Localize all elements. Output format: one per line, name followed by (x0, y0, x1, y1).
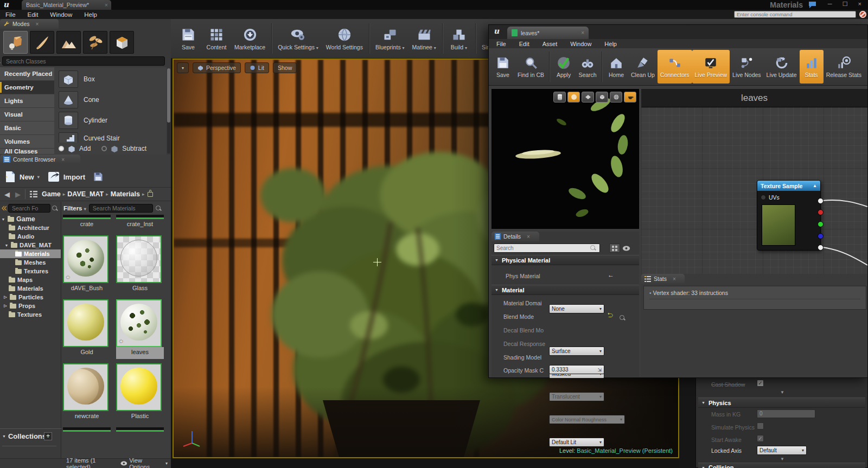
r-output-pin[interactable] (818, 209, 824, 215)
live-update-button[interactable]: Live Update (764, 50, 800, 84)
mode-geometry-button[interactable] (110, 31, 134, 54)
preview-cylinder-button[interactable] (553, 92, 566, 102)
mode-place-button[interactable] (3, 31, 28, 54)
material-preview-viewport[interactable] (492, 89, 639, 229)
import-button[interactable]: Import (47, 171, 85, 183)
tree-item-audio[interactable]: Audio (0, 232, 61, 241)
tree-item-dave-mat[interactable]: ▼DAVE_MAT (0, 241, 61, 249)
collision-section-header[interactable]: ▼Collision (698, 463, 865, 468)
breadcrumb-game[interactable]: Game (42, 190, 61, 198)
expander-icon[interactable]: ▼ (696, 390, 868, 395)
start-awake-checkbox[interactable]: ✓ (757, 435, 764, 442)
modes-scrollbar[interactable] (167, 68, 170, 153)
collapse-icon[interactable]: ▲ (813, 183, 817, 188)
close-icon[interactable]: × (673, 276, 676, 282)
modes-tab[interactable]: Modes × (0, 19, 59, 29)
world-settings-button[interactable]: World Settings (322, 21, 367, 56)
filters-button[interactable]: Filters ▾ (63, 205, 86, 211)
content-button[interactable]: Content (202, 21, 231, 56)
place-item-box[interactable]: Box (59, 69, 167, 89)
tree-item-maps[interactable]: Maps (0, 275, 61, 284)
material-tab[interactable]: leaves* × (507, 27, 589, 39)
viewport-options-button[interactable]: ▾ (177, 62, 189, 73)
sources-tree-icon[interactable] (30, 191, 37, 197)
home-button[interactable]: Home (604, 50, 628, 84)
view-options-button[interactable]: View Options ▾ (120, 457, 168, 468)
category-visual[interactable]: Visual (0, 108, 54, 121)
connectors-button[interactable]: Connectors (658, 50, 692, 84)
tab-close-icon[interactable]: × (581, 30, 584, 36)
content-browser-tab[interactable]: Content Browser × (0, 155, 80, 164)
asset-crate-inst[interactable]: crate_Inst (116, 215, 164, 231)
simulate-physics-checkbox[interactable] (757, 422, 764, 429)
mode-landscape-button[interactable] (56, 31, 81, 54)
breadcrumb-dave-mat[interactable]: DAVE_MAT (67, 190, 104, 198)
breadcrumb-materials[interactable]: Materials (111, 190, 140, 198)
shading-model-dropdown[interactable]: Default Lit▾ (549, 438, 604, 447)
b-output-pin[interactable] (818, 233, 824, 239)
blueprints-button[interactable]: Blueprints ▾ (372, 21, 409, 56)
search-button[interactable]: Search (576, 50, 599, 84)
g-output-pin[interactable] (818, 221, 824, 227)
menu-help[interactable]: Help (604, 41, 617, 47)
add-collection-button[interactable]: + (44, 432, 52, 440)
close-icon[interactable]: × (527, 234, 530, 240)
apply-button[interactable]: Apply (552, 50, 576, 84)
details-grid-button[interactable] (609, 243, 620, 253)
details-search-input[interactable] (494, 243, 600, 253)
collections-expander-icon[interactable]: ▼ (2, 434, 6, 438)
brush-subtract-radio[interactable] (101, 146, 107, 151)
texture-sample-node[interactable]: Texture Sample▲ UVs (757, 180, 821, 251)
category-geometry[interactable]: Geometry (0, 81, 54, 94)
opacity-mask-input[interactable]: 0.3333⇲ (549, 365, 604, 374)
category-recently-placed[interactable]: Recently Placed (0, 67, 54, 81)
tree-item-architecture[interactable]: Architectur (0, 223, 61, 232)
console-command-input[interactable] (734, 11, 856, 18)
expander-icon[interactable]: ▼ (696, 457, 868, 462)
tree-item-textures[interactable]: Textures (0, 267, 61, 275)
matinee-button[interactable]: Matinee ▾ (409, 21, 440, 56)
build-button[interactable]: Build ▾ (445, 21, 473, 56)
place-item-cone[interactable]: Cone (59, 90, 167, 110)
live-nodes-button[interactable]: Live Nodes (730, 50, 764, 84)
perspective-button[interactable]: Perspective (193, 62, 241, 73)
asset-gold[interactable]: Gold (63, 299, 111, 359)
collapse-sources-icon[interactable] (1, 206, 7, 211)
preview-plane-button[interactable] (582, 92, 594, 102)
eye-icon[interactable] (622, 246, 630, 251)
preview-cube-button[interactable] (596, 92, 608, 102)
material-domain-dropdown[interactable]: Surface▾ (549, 347, 604, 356)
tab-close-icon[interactable]: × (105, 0, 108, 10)
material-section-header[interactable]: ▼Material (492, 285, 639, 295)
asset-search-input[interactable] (89, 204, 153, 213)
tree-item-materials[interactable]: Materials (0, 249, 61, 258)
lit-button[interactable]: Lit (245, 62, 269, 73)
marketplace-button[interactable]: Marketplace (231, 21, 269, 56)
tree-item-particles[interactable]: ▷Particles (0, 293, 61, 302)
new-asset-button[interactable]: New ▾ (4, 170, 40, 183)
details-tab[interactable]: Details × (492, 232, 539, 241)
menu-edit[interactable]: Edit (28, 11, 39, 18)
stats-button[interactable]: Stats (800, 50, 824, 84)
asset-partial[interactable] (116, 427, 164, 432)
mat-save-button[interactable]: Save (491, 50, 515, 84)
locked-axis-dropdown[interactable]: Default▾ (757, 446, 807, 455)
cast-shadow-checkbox[interactable]: ✓ (757, 380, 764, 387)
back-arrow-icon[interactable]: ← (608, 271, 614, 279)
asset-leaves[interactable]: ✦ leaves (116, 299, 164, 359)
physics-section-header[interactable]: ▼Physics (698, 398, 865, 408)
forward-arrow-icon[interactable]: ▶ (15, 190, 21, 198)
rgb-output-pin[interactable] (818, 198, 824, 204)
lock-icon[interactable] (148, 192, 153, 197)
category-all-classes[interactable]: All Classes (0, 149, 54, 155)
clean-up-button[interactable]: Clean Up (628, 50, 658, 84)
asset-newcrate[interactable]: newcrate (63, 363, 111, 423)
asset-dave-bush[interactable]: ✦ dAVE_Bush (63, 235, 111, 295)
show-button[interactable]: Show (273, 62, 297, 73)
mass-input[interactable]: 0 (757, 409, 815, 418)
tree-item-meshes[interactable]: Meshes (0, 258, 61, 267)
category-volumes[interactable]: Volumes (0, 135, 54, 149)
preview-mesh-button[interactable] (610, 92, 622, 102)
menu-file[interactable]: File (496, 41, 506, 47)
preview-sphere-button[interactable] (567, 92, 580, 102)
